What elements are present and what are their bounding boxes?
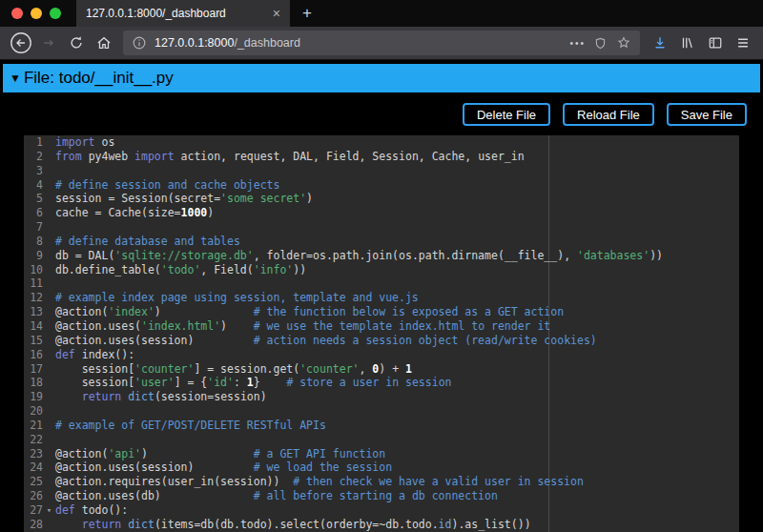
zoom-window-button[interactable] [50,8,61,19]
code-line[interactable]: 28 return dict(items=db(db.todo).select(… [24,518,739,532]
fold-gutter [43,460,55,475]
back-arrow-icon [10,31,32,54]
window-controls [0,0,76,27]
line-number: 5 [24,192,43,206]
delete-file-button[interactable]: Delete File [463,103,550,126]
fold-gutter [43,192,55,206]
code-editor[interactable]: 1import os2from py4web import action, re… [24,135,739,532]
line-number: 13 [24,305,43,319]
tracking-shield-icon[interactable] [593,36,608,51]
save-file-button[interactable]: Save File [667,103,747,126]
code-line[interactable]: 22 [24,433,739,447]
fold-gutter [43,164,55,178]
code-text: def todo(): [55,503,128,518]
home-button[interactable] [90,30,117,56]
url-text: 127.0.0.1:8000/_dashboard [155,36,562,50]
site-info-icon[interactable] [132,35,147,51]
new-tab-button[interactable]: + [290,0,324,27]
fold-gutter [43,348,55,362]
app-menu-icon[interactable] [729,30,756,56]
line-number: 3 [24,164,43,178]
code-line[interactable]: 12# example index page using session, te… [24,291,739,305]
code-line[interactable]: 15@action.uses(session) # action needs a… [24,334,739,348]
reload-button[interactable] [62,30,90,56]
code-line[interactable]: 21# example of GET/POST/DELETE RESTful A… [24,419,739,433]
fold-gutter [43,362,55,377]
page-actions-icon[interactable]: ••• [569,38,586,49]
code-line[interactable]: 1import os [24,135,739,150]
fold-gutter [43,206,55,220]
line-number: 2 [24,150,43,164]
code-text: # example of GET/POST/DELETE RESTful API… [55,419,326,433]
code-text: db.define_table('todo', Field('info')) [55,263,306,277]
line-number: 20 [24,404,43,419]
code-line[interactable]: 26@action.uses(db) # all before starting… [24,489,739,503]
code-line[interactable]: 18 session['user'] = {'id': 1} # store a… [24,376,739,390]
fold-gutter [43,178,55,193]
line-number: 14 [24,319,43,334]
downloads-icon[interactable] [646,30,673,56]
line-number: 11 [24,276,43,291]
code-line[interactable]: 13@action('index') # the function below … [24,305,739,319]
forward-arrow-icon [40,34,57,51]
code-text: session['user'] = {'id': 1} # store a us… [55,376,451,390]
fold-gutter [43,150,55,164]
line-number: 19 [24,390,43,404]
fold-gutter [43,404,55,419]
code-text: def index(): [55,348,134,362]
browser-tab[interactable]: 127.0.0.1:8000/_dashboard × [76,0,290,27]
line-number: 10 [24,263,43,277]
code-line[interactable]: 19 return dict(session=session) [24,390,739,404]
url-path: /_dashboard [234,36,300,50]
code-line[interactable]: 3 [24,164,739,178]
forward-button[interactable] [34,30,62,56]
home-icon [95,34,113,51]
tab-close-icon[interactable]: × [269,6,284,21]
line-number: 22 [24,433,43,447]
tab-bar: 127.0.0.1:8000/_dashboard × + [0,0,763,27]
code-text: @action.uses('index.html') # we use the … [55,319,550,334]
code-line[interactable]: 5session = Session(secret='some secret') [24,192,739,206]
file-header-bar[interactable]: ▼ File: todo/__init__.py [3,64,760,92]
code-line[interactable]: 27▾def todo(): [24,503,739,518]
code-line[interactable]: 14@action.uses('index.html') # we use th… [24,319,739,334]
code-line[interactable]: 25@action.requires(user_in(session)) # t… [24,475,739,489]
minimize-window-button[interactable] [31,8,42,19]
line-number: 17 [24,362,43,377]
fold-gutter [43,433,55,447]
code-line[interactable]: 10db.define_table('todo', Field('info')) [24,263,739,277]
code-line[interactable]: 24@action.uses(session) # we load the se… [24,460,739,475]
reload-file-button[interactable]: Reload File [563,103,654,126]
url-bar[interactable]: 127.0.0.1:8000/_dashboard ••• [123,31,640,55]
code-text: session['counter'] = session.get('counte… [55,362,412,377]
code-line[interactable]: 23@action('api') # a GET API function [24,447,739,461]
code-line[interactable]: 7 [24,220,739,235]
code-line[interactable]: 17 session['counter'] = session.get('cou… [24,362,739,377]
library-icon[interactable] [673,30,701,56]
code-line[interactable]: 4# define session and cache objects [24,178,739,193]
back-button[interactable] [7,30,34,56]
fold-gutter [43,475,55,489]
fold-gutter [43,447,55,461]
line-number: 12 [24,291,43,305]
code-line[interactable]: 20 [24,404,739,419]
code-line[interactable]: 16def index(): [24,348,739,362]
tab-title: 127.0.0.1:8000/_dashboard [86,7,269,20]
code-text: cache = Cache(size=1000) [55,206,214,220]
fold-gutter [43,135,55,150]
code-line[interactable]: 8# define database and tables [24,235,739,249]
line-number: 6 [24,206,43,220]
collapse-triangle-icon[interactable]: ▼ [10,72,21,85]
code-line[interactable]: 9db = DAL('sqlite://storage.db', folder=… [24,249,739,263]
sidebar-toggle-icon[interactable] [701,30,729,56]
code-line[interactable]: 6cache = Cache(size=1000) [24,206,739,220]
line-number: 28 [24,518,43,532]
code-line[interactable]: 11 [24,276,739,291]
bookmark-star-icon[interactable] [616,35,631,51]
fold-gutter [43,249,55,263]
code-line[interactable]: 2from py4web import action, request, DAL… [24,150,739,164]
close-window-button[interactable] [11,8,23,19]
fold-marker-icon[interactable]: ▾ [43,503,55,518]
code-text: # define session and cache objects [55,178,279,193]
line-number: 4 [24,178,43,193]
